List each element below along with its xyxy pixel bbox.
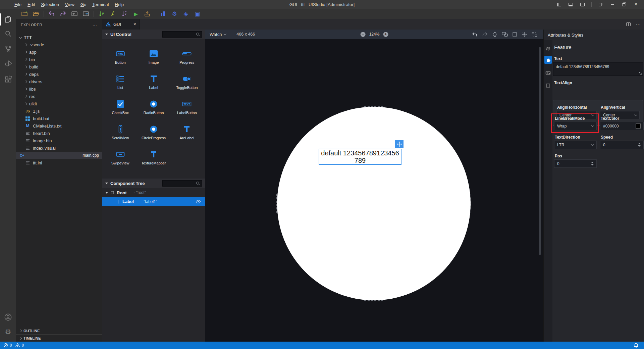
new-folder-icon[interactable] xyxy=(21,10,28,17)
palette-item-circleprogress[interactable]: CircleProgress xyxy=(137,119,170,144)
source-diamond-icon[interactable]: ◈ xyxy=(182,10,190,17)
component-tree-search-input[interactable] xyxy=(162,180,202,187)
tree-node-root[interactable]: Root - "root" xyxy=(102,189,205,197)
pos-input[interactable]: 0 xyxy=(554,159,597,168)
frame-tab-icon[interactable] xyxy=(544,82,552,89)
watch-screen[interactable] xyxy=(277,107,471,300)
palette-item-list[interactable]: List xyxy=(104,69,137,94)
settings-gear-icon[interactable]: ⚙ xyxy=(0,325,16,338)
canvas-undo-icon[interactable] xyxy=(472,32,478,37)
tree-folder-vscode[interactable]: .vscode xyxy=(16,41,102,48)
zoom-in-button[interactable]: + xyxy=(383,32,388,37)
palette-item-scrollview[interactable]: ScrollView xyxy=(104,119,137,144)
settings-gears-icon[interactable]: ⚙ xyxy=(171,10,178,17)
palette-item-arclabel[interactable]: ArcLabel xyxy=(170,119,204,144)
move-handle[interactable] xyxy=(395,140,404,148)
feature-tab-icon[interactable] xyxy=(544,56,552,64)
open-folder-icon[interactable] xyxy=(32,10,40,17)
palette-item-checkbox[interactable]: CheckBox xyxy=(104,94,137,119)
sort-numeric-icon[interactable] xyxy=(98,10,105,17)
redo-icon[interactable] xyxy=(59,10,67,17)
chip-icon[interactable]: ▣ xyxy=(194,10,201,17)
layout-panel-icon[interactable] xyxy=(568,2,573,7)
group-tab-icon[interactable] xyxy=(544,45,552,53)
tree-file-tttini[interactable]: ttt.ini xyxy=(16,159,102,166)
layout-sidebar-right-icon[interactable] xyxy=(580,2,585,7)
tree-file-indexvisual[interactable]: index.visual xyxy=(16,144,102,152)
palette-item-label[interactable]: Label xyxy=(137,69,170,94)
errors-icon[interactable] xyxy=(3,343,8,348)
label1-widget[interactable]: default 123456789123456 789 xyxy=(319,149,401,165)
tree-file-1js[interactable]: JS1.js xyxy=(16,107,102,115)
speed-input[interactable]: 0 xyxy=(600,141,644,149)
menu-go[interactable]: Go xyxy=(77,2,89,7)
palette-item-image[interactable]: Image xyxy=(137,44,170,69)
dock-left-icon[interactable] xyxy=(71,10,78,17)
notifications-bell-icon[interactable] xyxy=(634,343,641,348)
deploy-icon[interactable] xyxy=(144,10,151,17)
outline-section[interactable]: OUTLINE xyxy=(16,327,102,334)
component-tree-header[interactable]: Component Tree xyxy=(102,179,205,188)
palette-item-texturemapper[interactable]: TextureMapper xyxy=(137,144,170,169)
tree-folder-app[interactable]: app xyxy=(16,48,102,56)
device-selector[interactable]: Watch 466 x 466 xyxy=(205,32,255,37)
tree-file-cmakelists[interactable]: MCMakeLists.txt xyxy=(16,122,102,130)
brightness-icon[interactable] xyxy=(522,32,527,37)
palette-item-swipeview[interactable]: SwipeView xyxy=(104,144,137,169)
zoom-out-button[interactable]: − xyxy=(361,32,366,37)
palette-item-radiobutton[interactable]: RadioButton xyxy=(137,94,170,119)
split-editor-icon[interactable] xyxy=(626,22,631,27)
run-debug-activity-icon[interactable] xyxy=(0,56,16,70)
palette-item-progress[interactable]: Progress xyxy=(170,44,204,69)
menu-edit[interactable]: Edit xyxy=(24,2,38,7)
tree-file-buildbat[interactable]: build.bat xyxy=(16,115,102,122)
source-control-activity-icon[interactable] xyxy=(0,42,16,55)
menu-view[interactable]: View xyxy=(62,2,77,7)
tree-folder-drivers[interactable]: drivers xyxy=(16,78,102,85)
stats-icon[interactable] xyxy=(159,10,167,17)
spinner-icon[interactable] xyxy=(638,143,641,147)
palette-item-button[interactable]: BTNButton xyxy=(104,44,137,69)
color-swatch[interactable] xyxy=(636,123,641,129)
selection-frame-icon[interactable] xyxy=(512,32,517,37)
editor-more-actions-icon[interactable]: ⋯ xyxy=(636,21,641,27)
tree-folder-uikit[interactable]: uikit xyxy=(16,100,102,107)
canvas-body[interactable]: default 123456789123456 789 xyxy=(205,39,543,342)
visibility-eye-icon[interactable] xyxy=(196,200,201,204)
canvas-scrollbar[interactable] xyxy=(539,47,541,255)
tab-close-icon[interactable]: × xyxy=(133,21,136,27)
tree-root-ttt[interactable]: TTT xyxy=(16,34,102,41)
minimize-button[interactable] xyxy=(610,2,615,7)
textcolor-input[interactable]: #000000 xyxy=(600,122,644,130)
tree-file-imagebin[interactable]: image.bin xyxy=(16,137,102,144)
warnings-icon[interactable] xyxy=(15,343,20,348)
menu-file[interactable]: File xyxy=(11,2,24,7)
tree-folder-build[interactable]: build xyxy=(16,63,102,70)
sort-binary-icon[interactable] xyxy=(121,10,128,17)
clean-broom-icon[interactable] xyxy=(109,10,117,17)
textdirection-select[interactable]: LTR xyxy=(554,141,597,149)
tree-folder-libs[interactable]: libs xyxy=(16,85,102,93)
screen-sync-icon[interactable] xyxy=(502,32,508,37)
menu-selection[interactable]: Selection xyxy=(38,2,62,7)
close-window-button[interactable]: × xyxy=(633,2,639,7)
canvas-redo-icon[interactable] xyxy=(482,32,488,37)
ui-control-header[interactable]: UI Control xyxy=(102,30,205,39)
tree-folder-res[interactable]: res xyxy=(16,93,102,100)
account-icon[interactable] xyxy=(0,310,16,324)
dock-right-icon[interactable] xyxy=(82,10,90,17)
tree-folder-bin[interactable]: bin xyxy=(16,56,102,63)
tree-folder-deps[interactable]: deps xyxy=(16,70,102,78)
ui-control-search-input[interactable] xyxy=(162,31,202,38)
explorer-more-actions-icon[interactable]: ⋯ xyxy=(93,22,98,28)
menu-terminal[interactable]: Terminal xyxy=(89,2,112,7)
palette-item-togglebutton[interactable]: ToggleButton xyxy=(170,69,204,94)
customize-layout-icon[interactable] xyxy=(598,2,603,7)
linebreakmode-select[interactable]: Wrap xyxy=(554,122,597,130)
style-tag-tab-icon[interactable] xyxy=(544,69,552,77)
tree-file-heartbin[interactable]: heart.bin xyxy=(16,130,102,137)
tree-file-maincpp[interactable]: C+main.cpp xyxy=(16,152,102,159)
resize-grip-icon[interactable] xyxy=(639,72,642,75)
explorer-activity-icon[interactable] xyxy=(0,13,16,26)
tree-node-label1[interactable]: Label - "label1" xyxy=(102,197,205,206)
